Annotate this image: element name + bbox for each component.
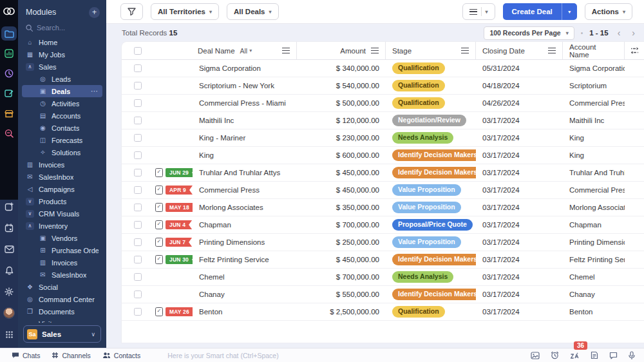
sidebar-item[interactable]: ▦ My Jobs	[22, 48, 102, 61]
deal-name-cell[interactable]: Morlong Associates	[193, 204, 297, 211]
records-per-page-dropdown[interactable]: 100 Records Per Page ▾	[484, 26, 574, 40]
account-name-cell[interactable]: Benton	[563, 308, 625, 316]
mic-icon[interactable]	[629, 351, 635, 359]
marketplace-module-icon[interactable]	[1, 106, 17, 120]
actions-dropdown[interactable]: Actions ▾	[585, 3, 632, 20]
column-menu-icon[interactable]	[548, 48, 556, 53]
sidebar-item[interactable]: ◎ Leads	[22, 73, 102, 85]
deals-view-dropdown[interactable]: All Deals ▾	[227, 3, 279, 20]
row-checkbox[interactable]	[134, 308, 142, 316]
org-selector[interactable]: Sa Sales ∨	[23, 325, 101, 343]
account-name-cell[interactable]: King	[563, 151, 625, 159]
row-checkbox[interactable]	[134, 273, 142, 281]
table-row[interactable]: Chanay $ 550,000.00 Identify Decision Ma…	[122, 286, 644, 303]
territories-dropdown[interactable]: All Territories ▾	[151, 3, 219, 20]
sidebar-item[interactable]: ⌂ Home	[22, 36, 102, 48]
deal-name-cell[interactable]: Maithili Inc	[193, 117, 297, 124]
deal-name-cell[interactable]: Chanay	[193, 291, 297, 298]
account-name-cell[interactable]: Morlong Associates	[563, 204, 625, 211]
deal-name-cell[interactable]: King	[193, 151, 297, 159]
account-name-cell[interactable]: Truhlar And Truhlar	[563, 169, 625, 176]
list-view-selector[interactable]: ▾	[462, 3, 495, 20]
sidebar-item[interactable]: ❐ Documents	[22, 305, 102, 318]
account-name-cell[interactable]: Feltz Printing Service	[563, 256, 625, 263]
column-menu-icon[interactable]	[282, 48, 290, 53]
table-row[interactable]: Scriptorium - New York $ 540,000.00 Qual…	[122, 77, 644, 95]
create-deal-menu-button[interactable]: ▾	[562, 3, 577, 20]
account-name-cell[interactable]: King	[563, 134, 625, 142]
row-checkbox[interactable]	[134, 291, 142, 298]
table-row[interactable]: JUN 30 Feltz Printing Service $ 450,000.…	[122, 251, 644, 269]
table-row[interactable]: MAY 18 Morlong Associates $ 350,000.00 V…	[122, 199, 644, 216]
item-more-icon[interactable]: ⋯	[91, 87, 99, 95]
sidebar-item[interactable]: ▥ Invoices	[22, 158, 102, 171]
deal-name-cell[interactable]: Sigma Corporation	[193, 64, 297, 72]
sidebar-item[interactable]: ▣ Vendors	[22, 232, 102, 244]
deal-name-cell[interactable]: Commercial Press - Miami	[193, 99, 297, 107]
sidebar-item[interactable]: ❖ Social	[22, 281, 102, 293]
row-checkbox[interactable]	[134, 117, 142, 124]
sidebar-item[interactable]: ∨ Products	[22, 195, 102, 207]
account-name-cell[interactable]: Chanay	[563, 291, 625, 298]
smart-chat-input[interactable]	[149, 352, 531, 359]
sidebar-search[interactable]	[18, 20, 106, 34]
channels-tab[interactable]: Channels	[52, 352, 90, 359]
deal-name-cell[interactable]: King - Mariner	[193, 134, 297, 142]
row-checkbox[interactable]	[134, 186, 142, 194]
notes-icon[interactable]	[591, 351, 598, 359]
table-row[interactable]: King - Mariner $ 230,000.00 Needs Analys…	[122, 129, 644, 147]
col-header-account-name[interactable]: Account Name	[563, 42, 625, 59]
table-row[interactable]: JUN 29 Truhlar And Truhlar Attys $ 450,0…	[122, 164, 644, 182]
table-row[interactable]: JUN 7 Printing Dimensions $ 250,000.00 V…	[122, 234, 644, 251]
table-row[interactable]: MAY 26 Benton $ 2,500,000.00 Qualificati…	[122, 303, 644, 321]
row-checkbox[interactable]	[134, 134, 142, 142]
planner-module-icon[interactable]	[1, 86, 17, 100]
reminder-alarm-icon[interactable]	[551, 351, 559, 359]
deal-name-cell[interactable]: Commercial Press	[193, 186, 297, 194]
recent-activity-icon[interactable]	[1, 66, 17, 81]
account-name-cell[interactable]: Commercial Press	[563, 99, 625, 107]
table-row[interactable]: Sigma Corporation $ 340,000.00 Qualifica…	[122, 60, 644, 77]
notifications-bell-icon[interactable]	[1, 263, 17, 278]
reports-module-icon[interactable]	[1, 46, 17, 61]
table-row[interactable]: JUN 4 Chapman $ 700,000.00 Proposal/Pric…	[122, 216, 644, 234]
account-name-cell[interactable]: Chapman	[563, 221, 625, 229]
column-settings-icon[interactable]	[625, 42, 644, 59]
sidebar-item[interactable]: ◉ Contacts	[22, 122, 102, 134]
account-name-cell[interactable]: Scriptorium	[563, 82, 625, 90]
zia-search-module-icon[interactable]	[1, 126, 17, 140]
deal-name-cell[interactable]: Chemel	[193, 273, 297, 281]
row-checkbox[interactable]	[134, 238, 142, 246]
deal-name-cell[interactable]: Truhlar And Truhlar Attys	[193, 169, 297, 176]
deal-name-cell[interactable]: Scriptorium - New York	[193, 82, 297, 90]
sidebar-item[interactable]: ▣ Deals ⋯	[22, 85, 102, 97]
sidebar-item[interactable]: ▭ Visitors	[22, 318, 102, 323]
table-row[interactable]: Maithili Inc $ 120,000.00 Negotiation/Re…	[122, 112, 644, 129]
sidebar-item[interactable]: ∧ Inventory	[22, 220, 102, 232]
table-row[interactable]: APR 9 Commercial Press $ 450,000.00 Valu…	[122, 182, 644, 199]
row-checkbox[interactable]	[134, 64, 142, 72]
chat-icon[interactable]	[609, 352, 618, 359]
select-all-checkbox[interactable]	[134, 47, 142, 55]
image-icon[interactable]	[531, 352, 540, 359]
column-menu-icon[interactable]	[371, 48, 379, 53]
contacts-tab[interactable]: Contacts	[102, 352, 140, 359]
deal-name-cell[interactable]: Benton	[193, 308, 297, 316]
row-checkbox[interactable]	[134, 256, 142, 263]
row-checkbox[interactable]	[134, 82, 142, 90]
sidebar-item[interactable]: ⊞ Purchase Order	[22, 244, 102, 256]
search-input[interactable]	[37, 24, 95, 32]
sidebar-item[interactable]: ✉ SalesInbox	[22, 171, 102, 183]
account-name-cell[interactable]: Maithili Inc	[563, 117, 625, 124]
next-page-button[interactable]: ›	[629, 28, 638, 38]
account-name-cell[interactable]: Chemel	[563, 273, 625, 281]
table-row[interactable]: Commercial Press - Miami $ 500,000.00 Qu…	[122, 95, 644, 112]
compose-icon[interactable]	[1, 200, 17, 214]
files-module-icon[interactable]	[1, 26, 17, 41]
sidebar-item[interactable]: ◫ Forecasts	[22, 134, 102, 146]
prev-page-button[interactable]: ‹	[615, 28, 623, 38]
col-header-closing-date[interactable]: Closing Date	[476, 42, 563, 59]
mail-icon[interactable]	[1, 242, 17, 256]
table-row[interactable]: King $ 600,000.00 Identify Decision Make…	[122, 147, 644, 164]
deal-name-all-filter[interactable]: All ▾	[240, 47, 252, 55]
